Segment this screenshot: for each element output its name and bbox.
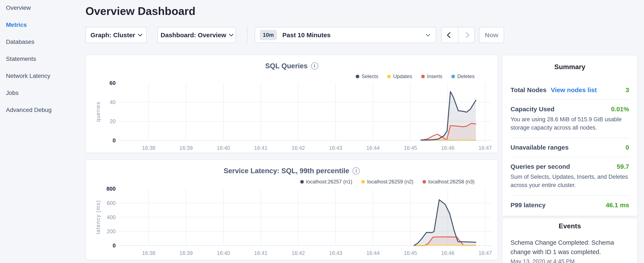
svg-text:16:39: 16:39 xyxy=(180,250,193,256)
events-title: Events xyxy=(510,222,629,230)
dashboard-dropdown[interactable]: Dashboard: Overview xyxy=(157,27,236,43)
time-range-dropdown[interactable]: 10m Past 10 Minutes xyxy=(255,27,436,43)
qps-value: 59.7 xyxy=(617,163,629,170)
now-button[interactable]: Now xyxy=(479,27,504,43)
summary-row-total-nodes: Total Nodes View nodes list 3 xyxy=(510,81,629,100)
total-nodes-value: 3 xyxy=(626,86,629,94)
graph-scope-dropdown[interactable]: Graph: Cluster xyxy=(86,27,147,43)
svg-text:16:46: 16:46 xyxy=(441,250,454,256)
svg-text:16:41: 16:41 xyxy=(254,145,268,151)
event-text: Schema Change Completed: Schema change w… xyxy=(510,238,629,256)
svg-text:40: 40 xyxy=(110,99,116,105)
svg-text:16:44: 16:44 xyxy=(366,250,380,256)
p99-latency-value: 46.1 ms xyxy=(606,201,629,209)
sidebar-item-overview[interactable]: Overview xyxy=(6,4,31,12)
svg-text:0: 0 xyxy=(113,137,116,144)
svg-text:400: 400 xyxy=(107,214,116,220)
prev-time-button[interactable] xyxy=(442,28,458,43)
chevron-down-icon xyxy=(229,32,234,36)
time-pager xyxy=(441,27,475,43)
svg-text:600: 600 xyxy=(107,200,116,206)
time-range-badge: 10m xyxy=(260,30,277,40)
sql-queries-chart-panel: SQL Queriesi SelectsUpdatesInsertsDelete… xyxy=(86,55,498,153)
sidebar-item-network-latency[interactable]: Network Latency xyxy=(6,72,50,80)
unavailable-ranges-value: 0 xyxy=(626,144,629,151)
svg-text:16:43: 16:43 xyxy=(329,145,342,151)
dashboard-label: Dashboard: Overview xyxy=(160,32,226,39)
events-panel: Events Schema Change Completed: Schema c… xyxy=(502,218,638,263)
svg-text:16:46: 16:46 xyxy=(441,145,454,151)
event-timestamp: May 13, 2020 at 4:45 PM xyxy=(510,258,629,263)
svg-text:16:38: 16:38 xyxy=(142,145,156,151)
admin-ui-page: Overview Metrics Databases Statements Ne… xyxy=(0,0,644,263)
next-time-button[interactable] xyxy=(458,28,474,43)
svg-text:16:42: 16:42 xyxy=(292,250,305,256)
sidebar-item-metrics[interactable]: Metrics xyxy=(6,21,27,29)
now-button-label: Now xyxy=(485,32,498,39)
svg-text:16:45: 16:45 xyxy=(404,145,417,151)
time-range-label: Past 10 Minutes xyxy=(282,32,426,39)
chevron-down-icon xyxy=(138,32,142,36)
p99-latency-label: P99 latency xyxy=(510,201,546,209)
chevron-right-icon xyxy=(463,32,469,38)
graph-scope-label: Graph: Cluster xyxy=(90,32,135,39)
qps-description: Sum of Selects, Updates, Inserts, and De… xyxy=(510,173,629,189)
service-latency-chart[interactable]: 16:3816:3916:4016:4116:4216:4316:4416:45… xyxy=(86,160,498,260)
total-nodes-label: Total Nodes xyxy=(510,86,546,94)
summary-panel: Summary Total Nodes View nodes list 3 Ca… xyxy=(502,55,638,216)
svg-text:16:38: 16:38 xyxy=(142,250,156,256)
svg-text:16:47: 16:47 xyxy=(478,250,492,256)
svg-text:16:41: 16:41 xyxy=(254,250,268,256)
summary-row-unavailable: Unavailable ranges 0 xyxy=(510,138,629,157)
view-nodes-list-link[interactable]: View nodes list xyxy=(551,86,596,94)
svg-text:16:43: 16:43 xyxy=(329,250,342,256)
svg-text:60: 60 xyxy=(110,80,116,86)
sidebar-item-databases[interactable]: Databases xyxy=(6,38,34,46)
svg-text:800: 800 xyxy=(106,185,116,192)
svg-text:16:47: 16:47 xyxy=(478,145,492,151)
event-list-item: Schema Change Completed: Schema change w… xyxy=(510,238,629,263)
capacity-value: 0.01% xyxy=(611,106,629,113)
sidebar-item-statements[interactable]: Statements xyxy=(6,55,36,63)
page-title: Overview Dashboard xyxy=(86,5,196,18)
qps-label: Queries per second xyxy=(510,163,570,170)
capacity-description: You are using 28.6 MiB of 515.9 GiB usab… xyxy=(510,115,629,132)
sql-queries-chart[interactable]: 16:3816:3916:4016:4116:4216:4316:4416:45… xyxy=(86,55,498,153)
controls-divider xyxy=(247,27,248,43)
svg-text:queries: queries xyxy=(95,102,101,122)
svg-text:16:40: 16:40 xyxy=(217,250,230,256)
svg-text:16:40: 16:40 xyxy=(217,145,230,151)
svg-text:16:44: 16:44 xyxy=(366,145,380,151)
chevron-down-icon xyxy=(426,32,430,36)
svg-text:16:45: 16:45 xyxy=(404,250,417,256)
svg-text:16:42: 16:42 xyxy=(292,145,305,151)
service-latency-chart-panel: Service Latency: SQL, 99th percentilei l… xyxy=(86,160,498,260)
svg-text:200: 200 xyxy=(107,228,116,234)
svg-text:20: 20 xyxy=(110,118,116,124)
sidebar-item-jobs[interactable]: Jobs xyxy=(6,89,18,97)
summary-row-capacity: Capacity Used 0.01% You are using 28.6 M… xyxy=(510,100,629,138)
sidebar-item-advanced-debug[interactable]: Advanced Debug xyxy=(6,106,52,114)
unavailable-ranges-label: Unavailable ranges xyxy=(510,144,568,151)
svg-text:latency (ms): latency (ms) xyxy=(95,200,101,234)
svg-text:0: 0 xyxy=(113,242,116,249)
summary-title: Summary xyxy=(502,63,637,71)
capacity-label: Capacity Used xyxy=(510,106,554,113)
summary-row-qps: Queries per second 59.7 Sum of Selects, … xyxy=(510,157,629,195)
summary-row-p99: P99 latency 46.1 ms xyxy=(510,196,629,214)
svg-text:16:39: 16:39 xyxy=(180,145,193,151)
chevron-left-icon xyxy=(447,32,453,38)
